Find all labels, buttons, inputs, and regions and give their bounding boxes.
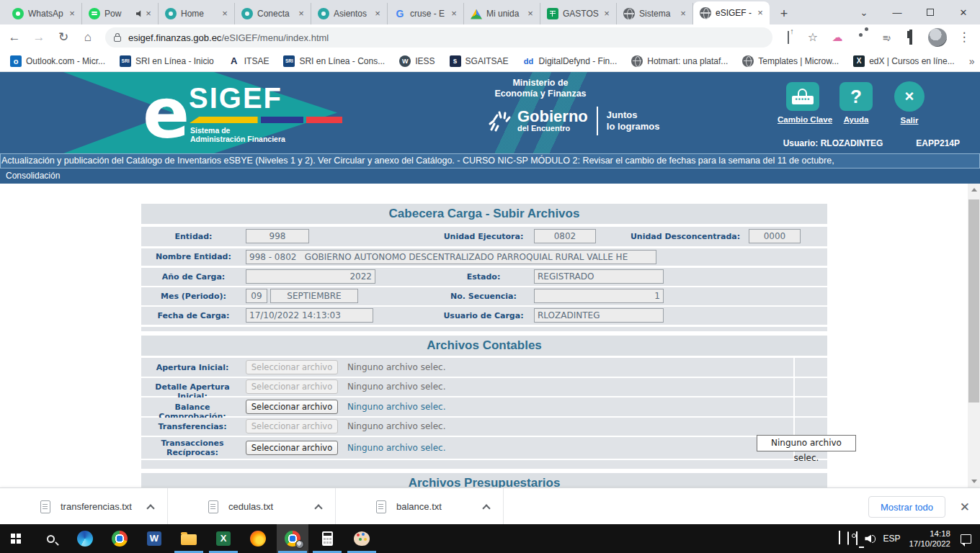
tab-close-icon[interactable] (67, 9, 77, 19)
download-cedulas[interactable]: cedulas.txt (168, 488, 336, 525)
tab-home[interactable]: Home (159, 3, 235, 24)
extension-pink-icon[interactable] (830, 30, 845, 45)
tab-close-icon[interactable] (602, 9, 612, 19)
tab-spotify[interactable]: Pow (82, 3, 159, 24)
bookmark-sgaitsae[interactable]: SGAITSAE (450, 55, 509, 67)
share-icon[interactable] (781, 30, 796, 45)
nombre-entidad-field[interactable]: 998 - 0802 GOBIERNO AUTONOMO DESCENTRALI… (246, 250, 656, 264)
entidad-field[interactable]: 998 (246, 229, 309, 243)
bookmarks-overflow-icon[interactable]: » (969, 55, 975, 67)
tab-close-icon[interactable] (373, 9, 383, 19)
taskbar-clock[interactable]: 14:18 17/10/2022 (909, 529, 950, 549)
tab-whatsapp[interactable]: WhatsAp (6, 3, 82, 24)
taskbar-calculator[interactable] (311, 524, 343, 553)
taskbar-chrome[interactable] (104, 524, 135, 553)
tab-close-icon[interactable] (678, 9, 688, 19)
media-list-icon[interactable] (879, 30, 894, 45)
scrollbar-thumb[interactable] (968, 199, 979, 403)
tab-sistema[interactable]: Sistema (617, 3, 693, 24)
cast-icon[interactable] (847, 532, 849, 545)
tab-close-icon[interactable] (220, 9, 230, 19)
taskbar-chrome-active[interactable] (277, 524, 308, 553)
unidad-desconcentrada-field[interactable]: 0000 (749, 229, 801, 243)
chevron-up-icon[interactable] (146, 504, 154, 512)
ayuda-button[interactable]: ? Ayuda (831, 82, 881, 124)
bookmark-iess[interactable]: IESS (399, 55, 435, 67)
tab-close-icon[interactable] (143, 9, 153, 19)
mes-numero-field[interactable]: 09 (246, 289, 267, 303)
bookmark-templates[interactable]: Templates | Microw... (742, 55, 839, 67)
volume-icon[interactable] (865, 535, 876, 543)
forward-icon[interactable]: → (29, 27, 49, 48)
show-all-downloads-button[interactable]: Mostrar todo (868, 496, 945, 518)
transacciones-file-button[interactable]: Seleccionar archivo (246, 441, 338, 455)
taskbar-firefox[interactable] (242, 524, 274, 553)
environment-code: EAPP214P (916, 138, 960, 148)
usuario-carga-field[interactable]: RLOZADINTEG (534, 308, 664, 323)
lock-icon[interactable] (114, 36, 121, 42)
tab-close-icon[interactable] (525, 9, 535, 19)
estado-field[interactable]: REGISTRADO (534, 269, 664, 284)
bookmark-star-icon[interactable]: ☆ (806, 30, 820, 45)
tab-close-icon[interactable] (755, 8, 765, 18)
tab-esigef-active[interactable]: eSIGEF - (693, 1, 770, 24)
network-icon[interactable] (856, 532, 858, 545)
bookmark-itsae[interactable]: ITSAE (228, 55, 270, 67)
anio-carga-field[interactable]: 2022 (246, 269, 375, 284)
home-icon[interactable]: ⌂ (78, 27, 98, 48)
bookmark-sri-inicio[interactable]: SRI en Línea - Inicio (120, 55, 214, 67)
download-balance[interactable]: balance.txt (336, 488, 504, 525)
vertical-scrollbar[interactable] (968, 184, 980, 487)
tab-close-icon[interactable] (449, 9, 459, 19)
balance-file-button[interactable]: Seleccionar archivo (246, 400, 338, 414)
language-indicator[interactable]: ESP (883, 534, 900, 544)
profile-avatar[interactable] (928, 28, 947, 47)
download-transferencias[interactable]: transferencias.txt (0, 488, 168, 525)
url-input[interactable]: esigef.finanzas.gob.ec/eSIGEF/menu/index… (105, 27, 772, 48)
menu-item-consolidacion[interactable]: Consolidación (6, 171, 60, 181)
bookmark-hotmart[interactable]: Hotmart: una plataf... (631, 55, 728, 67)
taskbar-excel[interactable] (208, 524, 239, 553)
scroll-up-button[interactable] (968, 184, 980, 196)
bookmark-digitaldefynd[interactable]: DigitalDefynd - Fin... (523, 55, 618, 67)
bookmark-outlook[interactable]: Outlook.com - Micr... (10, 55, 105, 67)
back-icon[interactable]: ← (4, 27, 24, 48)
minimize-button[interactable]: — (881, 0, 914, 24)
tab-gastos[interactable]: GASTOS (540, 3, 617, 24)
extensions-puzzle-icon[interactable] (855, 30, 869, 45)
browser-menu-icon[interactable] (957, 30, 971, 45)
taskbar-word[interactable] (138, 524, 170, 553)
salir-button[interactable]: × Salir (884, 81, 935, 125)
tab-conecta[interactable]: Conecta (235, 3, 311, 24)
maximize-button[interactable] (914, 0, 947, 24)
chevron-up-icon[interactable] (314, 504, 322, 512)
action-center-icon[interactable] (961, 534, 971, 544)
bookmark-edx[interactable]: edX | Cursos en líne... (853, 55, 955, 67)
chevron-up-icon[interactable] (482, 504, 490, 512)
hidden-icons-chevron[interactable] (839, 532, 840, 545)
close-downloads-icon[interactable]: ✕ (960, 500, 970, 515)
bookmark-label: SGAITSAE (466, 56, 509, 66)
mes-nombre-field[interactable]: SEPTIEMBRE (270, 289, 358, 303)
new-tab-button[interactable] (774, 4, 794, 24)
bookmark-sri-consultas[interactable]: SRI en Línea - Cons... (283, 55, 385, 67)
tab-cruse[interactable]: cruse - E (388, 3, 464, 24)
lock-badge-icon: ••••• (786, 82, 819, 111)
scroll-down-button[interactable] (968, 475, 980, 487)
taskbar-explorer[interactable] (173, 524, 205, 553)
tab-search-chevron-icon[interactable]: ⌄ (847, 0, 881, 24)
fecha-carga-field[interactable]: 17/10/2022 14:13:03 (246, 308, 373, 323)
cambio-clave-button[interactable]: ••••• Cambio Clave (778, 82, 828, 124)
taskbar-paint[interactable] (346, 524, 378, 553)
tab-asientos[interactable]: Asientos (311, 3, 388, 24)
taskbar-edge[interactable] (69, 524, 101, 553)
reader-mode-icon[interactable] (904, 30, 918, 45)
secuencia-field[interactable]: 1 (534, 289, 664, 303)
reload-icon[interactable]: ↻ (53, 27, 74, 48)
close-window-button[interactable]: ✕ (947, 0, 980, 24)
unidad-ejecutora-field[interactable]: 0802 (534, 229, 596, 243)
start-button[interactable] (0, 524, 32, 553)
taskbar-search[interactable] (35, 524, 66, 553)
tab-mi-unidad[interactable]: Mi unida (464, 3, 540, 24)
tab-close-icon[interactable] (296, 9, 306, 19)
